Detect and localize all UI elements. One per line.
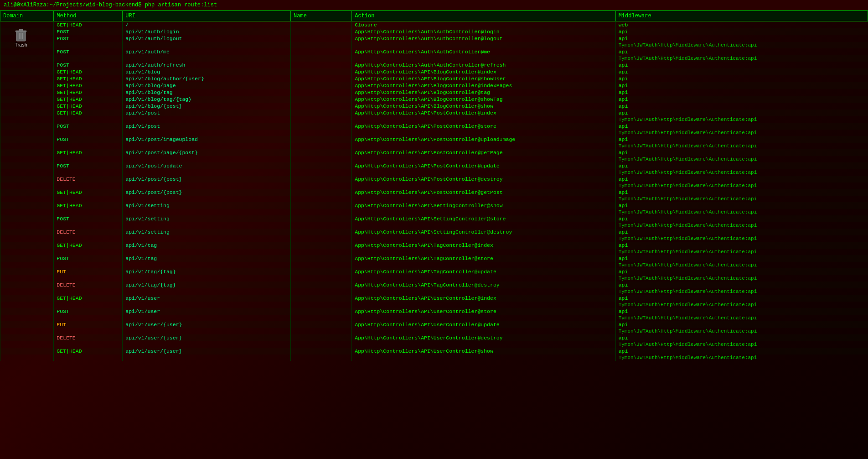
table-row: Tymon\JWTAuth\Http\Middleware\Authentica… <box>0 275 868 282</box>
cell-action: App\Http\Controllers\API\UserController@… <box>352 295 615 302</box>
cell-name <box>291 48 352 55</box>
cell-action: App\Http\Controllers\API\PostController@… <box>352 110 615 116</box>
table-header-row: Domain Method URI Name Action Middleware <box>0 11 868 21</box>
cell-domain <box>0 215 54 222</box>
cell-domain <box>0 275 54 282</box>
cell-method <box>54 196 123 202</box>
cell-domain <box>0 268 54 275</box>
table-row: POST api/v1/auth/me App\Http\Controllers… <box>0 48 868 55</box>
table-row: GET|HEAD api/v1/post/{post} App\Http\Con… <box>0 189 868 196</box>
table-row: POST api/v1/auth/refresh App\Http\Contro… <box>0 62 868 68</box>
cell-domain <box>0 222 54 229</box>
cell-domain <box>0 89 54 96</box>
cell-middleware: api <box>615 321 868 328</box>
cell-name <box>291 75 352 82</box>
cell-uri: api/v1/post <box>123 110 291 116</box>
cell-action <box>352 235 615 242</box>
table-row: GET|HEAD api/v1/user App\Http\Controller… <box>0 295 868 302</box>
cell-method: POST <box>54 308 123 315</box>
cell-method: POST <box>54 48 123 55</box>
cell-middleware: api <box>615 68 868 75</box>
cell-method: GET|HEAD <box>54 96 123 103</box>
cell-method <box>54 328 123 334</box>
cell-middleware: Tymon\JWTAuth\Http\Middleware\Authentica… <box>615 116 868 123</box>
table-row: Tymon\JWTAuth\Http\Middleware\Authentica… <box>0 169 868 176</box>
table-row: POST api/v1/auth/logout App\Http\Control… <box>0 35 868 42</box>
cell-uri <box>123 302 291 308</box>
cell-name <box>291 62 352 68</box>
cell-name <box>291 169 352 176</box>
table-row: GET|HEAD api/v1/blog/tag App\Http\Contro… <box>0 89 868 96</box>
cell-method: GET|HEAD <box>54 75 123 82</box>
cell-uri <box>123 328 291 334</box>
table-row: Tymon\JWTAuth\Http\Middleware\Authentica… <box>0 262 868 268</box>
table-row: GET|HEAD api/v1/post/page/{post} App\Htt… <box>0 149 868 156</box>
title-bar: ali@0xAliRaza:~/Projects/wid-blog-backen… <box>0 0 868 10</box>
cell-uri: api/v1/setting <box>123 229 291 235</box>
cell-method: GET|HEAD <box>54 103 123 110</box>
cell-domain <box>0 96 54 103</box>
cell-uri: api/v1/post/page/{post} <box>123 149 291 156</box>
cell-method <box>54 355 123 361</box>
cell-action <box>352 288 615 295</box>
cell-uri <box>123 169 291 176</box>
cell-domain <box>0 136 54 143</box>
cell-method: GET|HEAD <box>54 242 123 249</box>
cell-uri: api/v1/blog/{post} <box>123 103 291 110</box>
cell-middleware: Tymon\JWTAuth\Http\Middleware\Authentica… <box>615 315 868 321</box>
cell-uri: api/v1/blog/tag/{tag} <box>123 96 291 103</box>
cell-method: POST <box>54 255 123 262</box>
cell-name <box>291 130 352 136</box>
cell-uri: api/v1/tag/{tag} <box>123 268 291 275</box>
cell-uri <box>123 116 291 123</box>
cell-method <box>54 42 123 48</box>
cell-middleware: Tymon\JWTAuth\Http\Middleware\Authentica… <box>615 42 868 48</box>
cell-uri <box>123 130 291 136</box>
cell-domain <box>0 162 54 169</box>
cell-domain <box>0 116 54 123</box>
table-row: POST api/v1/tag App\Http\Controllers\API… <box>0 255 868 262</box>
cell-action: App\Http\Controllers\API\BlogController@… <box>352 96 615 103</box>
cell-action: App\Http\Controllers\API\BlogController@… <box>352 68 615 75</box>
trash-icon-container[interactable]: Trash <box>14 27 28 59</box>
cell-middleware: api <box>615 149 868 156</box>
cell-method <box>54 209 123 215</box>
table-row: DELETE api/v1/setting App\Http\Controlle… <box>0 229 868 235</box>
cell-name <box>291 295 352 302</box>
cell-uri <box>123 156 291 162</box>
cell-uri: / <box>123 21 291 29</box>
cell-name <box>291 229 352 235</box>
table-row: GET|HEAD api/v1/blog App\Http\Controller… <box>0 68 868 75</box>
cell-action <box>352 249 615 255</box>
trash-svg-icon <box>15 27 27 42</box>
table-row: Tymon\JWTAuth\Http\Middleware\Authentica… <box>0 183 868 189</box>
cell-uri <box>123 355 291 361</box>
cell-name <box>291 156 352 162</box>
cell-domain <box>0 169 54 176</box>
cell-uri <box>123 275 291 282</box>
cell-method <box>54 116 123 123</box>
table-row: Tymon\JWTAuth\Http\Middleware\Authentica… <box>0 143 868 149</box>
header-name: Name <box>291 11 352 21</box>
table-row: Tymon\JWTAuth\Http\Middleware\Authentica… <box>0 249 868 255</box>
cell-middleware: Tymon\JWTAuth\Http\Middleware\Authentica… <box>615 143 868 149</box>
cell-action: App\Http\Controllers\API\TagController@i… <box>352 242 615 249</box>
cell-uri <box>123 183 291 189</box>
cell-method <box>54 341 123 348</box>
cell-middleware: api <box>615 334 868 341</box>
cell-uri: api/v1/user/{user} <box>123 321 291 328</box>
cell-action: App\Http\Controllers\API\UserController@… <box>352 308 615 315</box>
cell-domain <box>0 295 54 302</box>
header-domain: Domain <box>0 11 54 21</box>
cell-method: GET|HEAD <box>54 295 123 302</box>
cell-method <box>54 222 123 229</box>
table-row: POST api/v1/post/imageUpload App\Http\Co… <box>0 136 868 143</box>
table-row: POST api/v1/post App\Http\Controllers\AP… <box>0 123 868 130</box>
cell-uri: api/v1/user/{user} <box>123 334 291 341</box>
table-row: PUT api/v1/user/{user} App\Http\Controll… <box>0 321 868 328</box>
cell-uri: api/v1/post/update <box>123 162 291 169</box>
cell-method: GET|HEAD <box>54 89 123 96</box>
cell-domain <box>0 262 54 268</box>
cell-middleware: api <box>615 35 868 42</box>
cell-domain <box>0 328 54 334</box>
